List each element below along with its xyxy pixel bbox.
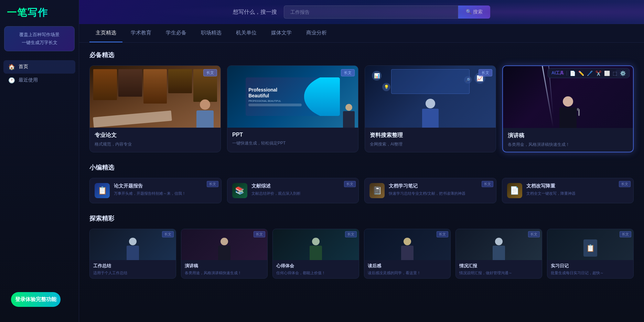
- tab-gov[interactable]: 机关单位: [230, 24, 263, 42]
- banner-line1: 覆盖上百种写作场景: [9, 31, 69, 39]
- header: 想写什么，搜一搜 🔍 搜索: [79, 0, 644, 24]
- explore-badge-work: 长文: [162, 231, 174, 237]
- thesis-badge: 长文: [207, 181, 218, 187]
- card-badge-ppt: 长文: [341, 69, 355, 76]
- featured-card-speech[interactable]: 长文 演讲稿 各类用金，风格演讲稿快速生成！: [502, 65, 634, 152]
- card-desc-research: 全网搜索，AI整理: [370, 141, 491, 147]
- explore-card-work[interactable]: 长文 工作总结 适用于个人工作总结: [89, 229, 176, 279]
- editor-grid: 📋 论文开题报告 万事开头难，开题报告特别难～来，信我！ 长文 📚 文献综述 文…: [89, 178, 634, 203]
- card-image-research: 📊 📈 💡 🔎 长文: [365, 66, 496, 128]
- explore-grid: 长文 工作总结 适用于个人工作总结 长文: [89, 229, 634, 279]
- ai-tool-scissors-icon[interactable]: ✂️: [595, 71, 601, 76]
- explore-badge-internship: 长文: [620, 231, 631, 237]
- featured-card-research[interactable]: 📊 📈 💡 🔎 长文: [365, 65, 496, 152]
- explore-desc-reading: 读后感没灵感的同学，看这里！: [368, 270, 447, 276]
- explore-card-reading[interactable]: 长文 读后感 读后感没灵感的同学，看这里！: [364, 229, 451, 279]
- featured-card-paper[interactable]: 长文 专业论文 格式规范，内容专业: [89, 65, 221, 152]
- explore-card-experience[interactable]: 长文 心得体会 任何心得体会，都能上价值！: [272, 229, 359, 279]
- editor-card-literature[interactable]: 📚 文献综述 文献总结评价，观点深入剖析 长文: [227, 178, 359, 203]
- card-image-paper: 长文: [90, 66, 221, 128]
- sidebar-item-recent[interactable]: 🕐 最近使用: [3, 74, 75, 87]
- explore-title-experience: 心得体会: [276, 263, 355, 269]
- page-content: 必备精选 AI工具 📄 ✏️ 🖊️ ✂️ ⬜ ⬚ ⚙️: [79, 43, 644, 287]
- explore-desc-experience: 任何心得体会，都能上价值！: [276, 270, 355, 276]
- login-button[interactable]: 登录体验完整功能: [11, 292, 61, 307]
- tab-business[interactable]: 商业分析: [300, 24, 333, 42]
- notes-title: 文档学习笔记: [389, 183, 465, 189]
- main-content: 想写什么，搜一搜 🔍 搜索 主页精选 学术教育 学生必备 职场精选 机关单位 媒…: [79, 0, 644, 322]
- tab-home[interactable]: 主页精选: [89, 24, 122, 42]
- thesis-content: 论文开题报告 万事开头难，开题报告特别难～来，信我！: [114, 183, 186, 198]
- explore-info-situation: 情况汇报 情况说明汇报，做好管理沟通～: [456, 260, 542, 278]
- ai-tool-brush-icon[interactable]: 🖊️: [587, 71, 593, 76]
- ai-tool-pen-icon[interactable]: ✏️: [578, 71, 584, 76]
- sidebar-item-home-label: 首页: [19, 64, 28, 70]
- ai-tool-frame-icon[interactable]: ⬚: [613, 71, 617, 76]
- explore-title-reading: 读后感: [368, 263, 447, 269]
- ai-toolbar-label: AI工具: [551, 70, 564, 76]
- explore-card-speech[interactable]: 长文 演讲稿 各类用途，风格演讲稿快速生成！: [181, 229, 268, 279]
- card-info-paper: 专业论文 格式规范，内容专业: [90, 128, 221, 151]
- explore-desc-work: 适用于个人工作总结: [93, 270, 172, 276]
- explore-info-internship: 实习日记 批量生成每日实习日记，超快～: [547, 260, 633, 278]
- thesis-title: 论文开题报告: [114, 183, 186, 189]
- literature-content: 文献综述 文献总结评价，观点深入剖析: [251, 183, 301, 198]
- editor-section-title: 小编精选: [89, 163, 634, 172]
- card-info-research: 资料搜索整理 全网搜索，AI整理: [365, 128, 496, 151]
- sidebar: 一笔写作 覆盖上百种写作场景 一键生成万字长文 🏠 首页 🕐 最近使用 登录体验…: [0, 0, 79, 322]
- editor-card-rewrite[interactable]: 📄 文档改写降重 文档全文一键改写，降重神器 长文: [502, 178, 634, 203]
- explore-badge-situation: 长文: [528, 231, 540, 237]
- notes-badge: 长文: [482, 181, 493, 187]
- tab-workplace[interactable]: 职场精选: [195, 24, 228, 42]
- explore-info-work: 工作总结 适用于个人工作总结: [90, 260, 176, 278]
- literature-icon: 📚: [232, 183, 247, 198]
- card-badge-paper: 长文: [203, 69, 217, 76]
- search-box: 🔍 搜索: [284, 6, 490, 19]
- search-input[interactable]: [284, 6, 458, 19]
- tab-student[interactable]: 学生必备: [160, 24, 193, 42]
- logo-area: 一笔写作: [0, 0, 79, 23]
- explore-badge-reading: 长文: [437, 231, 448, 237]
- banner-line2: 一键生成万字长文: [9, 39, 69, 46]
- tab-media[interactable]: 媒体文学: [265, 24, 298, 42]
- explore-desc-internship: 批量生成每日实习日记，超快～: [551, 270, 630, 276]
- ai-tool-crop-icon[interactable]: ⬜: [604, 71, 610, 76]
- notes-desc: 快速学习总结专业文档/文献，把书读薄的神器: [389, 191, 465, 196]
- search-button[interactable]: 🔍 搜索: [458, 6, 490, 19]
- card-badge-research: 长文: [479, 69, 492, 76]
- sidebar-item-home[interactable]: 🏠 首页: [3, 60, 75, 74]
- explore-badge-speech: 长文: [254, 231, 265, 237]
- editor-card-notes[interactable]: 📓 文档学习笔记 快速学习总结专业文档/文献，把书读薄的神器 长文: [364, 178, 496, 203]
- explore-badge-experience: 长文: [345, 231, 357, 237]
- explore-info-experience: 心得体会 任何心得体会，都能上价值！: [273, 260, 359, 278]
- tab-academic[interactable]: 学术教育: [125, 24, 158, 42]
- ai-tool-document-icon[interactable]: 📄: [570, 71, 576, 76]
- card-title-speech: 演讲稿: [508, 132, 628, 139]
- explore-title-internship: 实习日记: [551, 263, 630, 269]
- ai-toolbar: AI工具 📄 ✏️ 🖊️ ✂️ ⬜ ⬚ ⚙️: [548, 68, 630, 78]
- card-info-speech: 演讲稿 各类用金，风格演讲稿快速生成！: [503, 128, 633, 152]
- clock-icon: 🕐: [8, 77, 15, 84]
- explore-desc-speech: 各类用途，风格演讲稿快速生成！: [185, 270, 264, 276]
- explore-card-internship[interactable]: 📋 长文 实习日记 批量生成每日实习日记，超快～: [547, 229, 634, 279]
- card-desc-paper: 格式规范，内容专业: [95, 141, 216, 147]
- explore-card-situation[interactable]: 长文 情况汇报 情况说明汇报，做好管理沟通～: [455, 229, 542, 279]
- explore-info-reading: 读后感 读后感没灵感的同学，看这里！: [364, 260, 450, 278]
- explore-title-work: 工作总结: [93, 263, 172, 269]
- explore-desc-situation: 情况说明汇报，做好管理沟通～: [459, 270, 538, 276]
- editor-card-thesis[interactable]: 📋 论文开题报告 万事开头难，开题报告特别难～来，信我！ 长文: [89, 178, 222, 203]
- featured-grid: 长文 专业论文 格式规范，内容专业 Professi: [89, 65, 634, 152]
- card-info-ppt: PPT 一键快速生成，轻松搞定PPT: [227, 128, 358, 150]
- card-title-ppt: PPT: [232, 132, 353, 138]
- explore-section-title: 探索精彩: [89, 214, 634, 223]
- card-title-paper: 专业论文: [95, 132, 216, 139]
- literature-title: 文献综述: [251, 183, 301, 189]
- rewrite-content: 文档改写降重 文档全文一键改写，降重神器: [526, 183, 576, 198]
- featured-card-ppt[interactable]: ProfessionalBeautiful PROFESSIONAL BEAUT…: [227, 65, 358, 152]
- card-title-research: 资料搜索整理: [370, 132, 491, 139]
- sidebar-nav: 🏠 首页 🕐 最近使用: [0, 60, 79, 87]
- thesis-desc: 万事开头难，开题报告特别难～来，信我！: [114, 191, 186, 196]
- nav-tabs: 主页精选 学术教育 学生必备 职场精选 机关单位 媒体文学 商业分析: [79, 24, 644, 43]
- ai-tool-settings-icon[interactable]: ⚙️: [620, 71, 626, 76]
- literature-desc: 文献总结评价，观点深入剖析: [251, 191, 301, 196]
